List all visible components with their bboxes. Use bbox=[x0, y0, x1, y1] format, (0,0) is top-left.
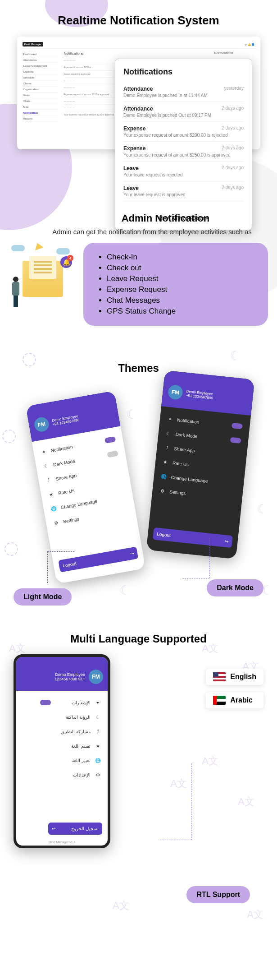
phone-light-mode: FM Demo Employee +91 1234567890 ✦Notific… bbox=[26, 391, 145, 584]
drawer-label: Share App bbox=[174, 446, 195, 453]
app-footer-version: Field Manager v1.4 bbox=[16, 841, 108, 844]
share-icon: ⤴ bbox=[45, 477, 52, 483]
logout-icon: ↪ bbox=[225, 539, 229, 544]
lang-option-english[interactable]: English bbox=[206, 669, 263, 685]
logout-button[interactable]: ↩تسجيل الخروج bbox=[48, 823, 102, 835]
moon-icon: ☾ bbox=[43, 463, 49, 469]
sidebar-item: Chats bbox=[23, 98, 59, 104]
notification-item[interactable]: Attendance2 days agoDemo Employee is puc… bbox=[123, 102, 244, 122]
side-panel-title: Notifications bbox=[214, 51, 254, 55]
avatar: FM bbox=[33, 416, 50, 433]
notification-item[interactable]: AttendanceyesterdayDemo Employee is puch… bbox=[123, 82, 244, 102]
phone-rtl-mode: Demo Employee 1234567890 91+ FM ✦الإشعار… bbox=[14, 654, 110, 848]
connector-line bbox=[182, 538, 209, 578]
lang-deco-icon: A文 bbox=[202, 642, 218, 655]
drawer-label: الإعدادات bbox=[73, 772, 91, 777]
admin-subtitle: Admin can get the notification from the … bbox=[36, 228, 268, 236]
star-icon: ★ bbox=[163, 459, 168, 465]
features-pill-box: Check-InCheck outLeave RequestExpense Re… bbox=[83, 243, 268, 326]
drawer-item-rtl[interactable]: ⚙الإعدادات bbox=[21, 767, 103, 782]
notif-desc: Your expense request of amount $250.00 i… bbox=[123, 153, 244, 157]
lang-deco-icon: A文 bbox=[9, 642, 26, 655]
logout-icon: ↩ bbox=[52, 826, 55, 831]
notif-category: Attendance bbox=[123, 106, 153, 112]
bell-icon: ✦ bbox=[41, 448, 47, 455]
gear-icon: ⚙ bbox=[53, 520, 59, 526]
user-name: Demo Employee bbox=[54, 672, 85, 677]
toggle-switch[interactable] bbox=[104, 436, 116, 444]
sidebar-item: Leave Management bbox=[23, 63, 59, 69]
envelope-illustration: 🔔4 bbox=[9, 243, 74, 308]
sidebar-item: Map bbox=[23, 104, 59, 110]
feature-item: Check-In bbox=[107, 252, 255, 263]
globe-icon: 🌐 bbox=[161, 473, 167, 479]
lang-label: Arabic bbox=[230, 696, 253, 704]
phone-dark-mode: FM Demo Employee +91 1234567890 ✦Notific… bbox=[146, 370, 255, 559]
drawer-label: الإشعارات bbox=[72, 700, 91, 705]
moon-icon: ☾ bbox=[230, 348, 241, 363]
letter-icon bbox=[29, 256, 56, 279]
toggle-switch[interactable] bbox=[107, 450, 118, 458]
badge-count: 4 bbox=[67, 255, 73, 261]
sidebar-item: Dashboard bbox=[23, 51, 59, 57]
sidebar-item: Attendance bbox=[23, 57, 59, 63]
notif-desc: Demo Employee is puched In at 11:44 AM bbox=[123, 93, 244, 98]
bell-icon: 🔔4 bbox=[60, 256, 72, 268]
sun-icon bbox=[23, 353, 36, 366]
drawer-item-rtl[interactable]: ⤴مشاركة التطبيق bbox=[21, 724, 103, 739]
drawer-item-rtl[interactable]: 🌐تغيير اللغة bbox=[21, 753, 103, 767]
toggle-switch[interactable] bbox=[40, 700, 51, 705]
drawer-icon: 🌐 bbox=[95, 758, 100, 763]
logout-icon: ↪ bbox=[130, 551, 134, 556]
toggle-switch[interactable] bbox=[232, 423, 243, 429]
notification-item[interactable]: Expense2 days agoYour expense request of… bbox=[123, 142, 244, 162]
sidebar-item: Visits bbox=[23, 92, 59, 98]
lang-deco-icon: A文 bbox=[247, 908, 263, 921]
dashboard-sidebar: Dashboard Attendance Leave Management Ex… bbox=[21, 49, 61, 148]
person-icon bbox=[9, 277, 23, 308]
drawer-label: تقييم اللغة bbox=[71, 744, 91, 749]
logout-label: تسجيل الخروج bbox=[71, 826, 99, 831]
notif-desc: Your expense request of amount $200.00 i… bbox=[123, 133, 244, 138]
drawer-label: Share App bbox=[55, 473, 77, 481]
lang-label: English bbox=[230, 673, 256, 681]
notif-category: Attendance bbox=[123, 86, 153, 92]
lang-deco-icon: A文 bbox=[113, 899, 129, 912]
lang-option-arabic[interactable]: Arabic bbox=[206, 692, 263, 708]
notif-time: 2 days ago bbox=[222, 125, 244, 132]
globe-icon: 🌐 bbox=[50, 505, 57, 512]
star-icon: ★ bbox=[48, 491, 54, 498]
drawer-icon: ☾ bbox=[95, 714, 100, 720]
drawer-item-rtl[interactable]: ★تقييم اللغة bbox=[21, 739, 103, 753]
user-phone: 1234567890 91+ bbox=[54, 677, 85, 681]
connector-line bbox=[160, 763, 191, 840]
flag-us-icon bbox=[213, 672, 226, 681]
drawer-label: Settings bbox=[169, 489, 186, 496]
bell-icon: ✦ bbox=[167, 416, 173, 422]
drawer-item-rtl[interactable]: ☾الرؤية الداكنة bbox=[21, 710, 103, 724]
light-mode-pill: Light Mode bbox=[14, 588, 72, 606]
sidebar-item: Notification bbox=[23, 110, 59, 116]
lang-deco-icon: A文 bbox=[202, 754, 218, 768]
drawer-icon: ⤴ bbox=[95, 729, 100, 734]
flag-ae-icon bbox=[213, 696, 226, 705]
rtl-support-pill: RTL Support bbox=[186, 886, 250, 903]
drawer-label: Change Language bbox=[171, 475, 208, 484]
notif-desc: Demo Employee is puched Out at 09:17 PM bbox=[123, 113, 244, 118]
dashboard-topbar-icons: ⚙ 🔔 👤 bbox=[245, 43, 254, 46]
lang-deco-icon: A文 bbox=[238, 795, 254, 809]
drawer-item-rtl[interactable]: ✦الإشعارات bbox=[21, 695, 103, 710]
sidebar-item: Organisation bbox=[23, 87, 59, 92]
sidebar-item: Schedule bbox=[23, 75, 59, 81]
toggle-switch[interactable] bbox=[230, 437, 241, 444]
drawer-label: تغيير اللغة bbox=[72, 758, 91, 763]
avatar: FM bbox=[89, 670, 103, 684]
dark-mode-pill: Dark Mode bbox=[207, 579, 263, 596]
dashboard-brand: Field Manager bbox=[23, 42, 43, 46]
moon-icon: ☾ bbox=[165, 430, 171, 436]
notification-item[interactable]: Expense2 days agoYour expense request of… bbox=[123, 122, 244, 142]
section-title-admin: Admin Notification bbox=[63, 213, 268, 224]
drawer-label: Rate Us bbox=[173, 460, 189, 467]
gear-icon: ⚙ bbox=[159, 488, 165, 494]
notif-category: Expense bbox=[123, 145, 145, 152]
